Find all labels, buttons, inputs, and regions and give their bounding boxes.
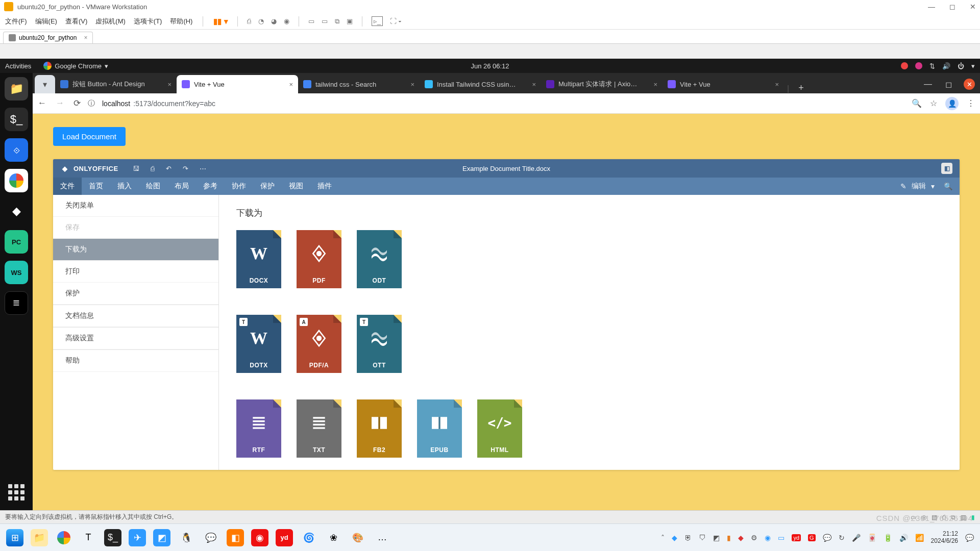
tb-app-icon[interactable]: ◉	[251, 529, 268, 546]
tab-close-icon[interactable]: ×	[289, 81, 293, 88]
dock-pycharm-icon[interactable]: PC	[5, 230, 28, 254]
vmware-menu-item[interactable]: 虚拟机(M)	[95, 17, 126, 26]
vm-device-icon[interactable]: ⎙	[942, 514, 946, 521]
dock-vscode-icon[interactable]: ⟐	[5, 138, 28, 162]
tray-app-icon[interactable]: ◩	[713, 534, 720, 542]
tray-mic-icon[interactable]: 🎤	[852, 534, 861, 542]
dock-terminal-icon[interactable]: $_	[5, 108, 28, 131]
gnome-power-icon[interactable]: ⏻	[958, 62, 964, 70]
chrome-tab[interactable]: tailwind css - Search ×	[298, 75, 420, 93]
tray-notifications-icon[interactable]: 💬	[965, 534, 974, 542]
format-epub[interactable]: EPUB	[417, 399, 462, 458]
oo-side-item[interactable]: 打印	[53, 261, 218, 283]
oo-side-item[interactable]: 高级设置	[53, 328, 218, 349]
tray-wechat-icon[interactable]: 💬	[823, 534, 831, 542]
oo-more-icon[interactable]: ⋯	[200, 165, 206, 172]
dock-chrome-icon[interactable]	[5, 169, 28, 192]
oo-menu-item[interactable]: 插件	[310, 178, 339, 195]
tray-app-icon[interactable]: ◆	[738, 534, 744, 542]
tray-app-icon[interactable]: ◉	[765, 534, 771, 542]
vm-pause-icon[interactable]: ▮▮ ▾	[213, 17, 228, 26]
vm-tab-close-icon[interactable]: ×	[84, 34, 87, 41]
bookmark-icon[interactable]: ☆	[930, 98, 937, 108]
gnome-volume-icon[interactable]: 🔊	[942, 62, 950, 70]
tb-explorer-icon[interactable]: 📁	[31, 529, 48, 546]
tab-close-icon[interactable]: ×	[775, 81, 779, 88]
vmware-menu-item[interactable]: 编辑(E)	[35, 17, 57, 26]
tray-battery-icon[interactable]: 🔋	[884, 534, 892, 542]
tray-chevron-icon[interactable]: ˄	[661, 534, 665, 542]
oo-print-icon[interactable]: ⎙	[151, 165, 155, 172]
vm-device-icon[interactable]: ◎	[921, 514, 926, 521]
oo-side-item[interactable]: 帮助	[53, 350, 218, 372]
tb-terminal-icon[interactable]: $_	[104, 529, 121, 546]
tray-volume-icon[interactable]: 🔊	[899, 534, 908, 542]
tb-paint-icon[interactable]: 🎨	[349, 529, 366, 546]
tray-sync-icon[interactable]: ↻	[839, 534, 845, 542]
oo-menu-item[interactable]: 参考	[196, 178, 225, 195]
oo-edit-mode-icon[interactable]: ✎	[900, 182, 906, 190]
vm-device-icon[interactable]: ⧉	[951, 514, 955, 521]
chrome-maximize-icon[interactable]: ◻	[938, 75, 959, 93]
tb-start-icon[interactable]: ⊞	[6, 529, 23, 546]
tab-close-icon[interactable]: ×	[410, 81, 414, 88]
chrome-close-icon[interactable]: ✕	[964, 79, 975, 90]
chrome-search-tabs-icon[interactable]: ▾	[35, 75, 55, 93]
tb-app-icon[interactable]: ◧	[227, 529, 244, 546]
tray-app-icon[interactable]: ▮	[727, 534, 731, 542]
dock-jetbrains-icon[interactable]: ◆	[5, 199, 28, 223]
vm-view1-icon[interactable]: ▭	[308, 17, 314, 25]
vm-snapshot-icon[interactable]: ◔	[258, 17, 264, 25]
oo-undo-icon[interactable]: ↶	[166, 165, 172, 172]
gnome-activities[interactable]: Activities	[5, 62, 31, 70]
dock-settings-icon[interactable]: ≡	[5, 291, 28, 315]
chrome-tab[interactable]: Vite + Vue ×	[663, 75, 784, 93]
format-dotx[interactable]: TW DOTX	[236, 315, 281, 373]
vmware-menu-item[interactable]: 文件(F)	[5, 17, 27, 26]
tb-app-icon[interactable]: ◩	[153, 529, 170, 546]
oo-edit-mode-label[interactable]: 编辑	[912, 182, 926, 191]
window-minimize-icon[interactable]: —	[928, 3, 935, 11]
oo-menu-item[interactable]: 文件	[53, 178, 82, 195]
vm-send-cad-icon[interactable]: ⎙	[247, 17, 251, 25]
tray-app-icon[interactable]: G	[808, 534, 816, 541]
window-maximize-icon[interactable]: ◻	[949, 3, 955, 11]
vm-view2-icon[interactable]: ▭	[322, 17, 328, 25]
tray-app-icon[interactable]: ⚙	[751, 534, 757, 542]
oo-menu-item[interactable]: 绘图	[139, 178, 167, 195]
vm-snapshot-mgr-icon[interactable]: ◕	[271, 17, 277, 25]
vmware-menu-item[interactable]: 帮助(H)	[170, 17, 192, 26]
gnome-network-icon[interactable]: ⇅	[929, 62, 935, 70]
format-pdf[interactable]: PDF	[297, 230, 341, 288]
vm-console-icon[interactable]: ▹_	[372, 16, 383, 26]
gnome-app-menu[interactable]: Google Chrome ▾	[43, 62, 108, 70]
tb-overflow-icon[interactable]: …	[374, 529, 391, 546]
vm-device-icon[interactable]: ▥	[961, 514, 966, 521]
format-ott[interactable]: T OTT	[357, 315, 402, 373]
vm-device-icon[interactable]: ▭	[911, 514, 916, 521]
tray-shield-icon[interactable]: ⛨	[684, 534, 692, 542]
tab-close-icon[interactable]: ×	[167, 81, 172, 88]
chrome-tab[interactable]: Install Tailwind CSS usin… ×	[420, 75, 541, 93]
format-fb2[interactable]: FB2	[357, 399, 402, 458]
dock-files-icon[interactable]: 📁	[5, 77, 28, 101]
oo-side-item[interactable]: 关闭菜单	[53, 195, 218, 217]
format-rtf[interactable]: RTF	[236, 399, 281, 458]
vm-view4-icon[interactable]: ▣	[347, 17, 353, 25]
tb-wechat-icon[interactable]: 💬	[202, 529, 219, 546]
format-html[interactable]: </> HTML	[477, 399, 522, 458]
gnome-clock[interactable]: Jun 26 06:12	[471, 62, 509, 70]
tray-network-icon[interactable]: 📶	[915, 534, 924, 542]
tb-qq-icon[interactable]: 🐧	[178, 529, 195, 546]
dock-show-apps-icon[interactable]	[5, 481, 28, 504]
oo-side-item[interactable]: 保护	[53, 283, 218, 305]
oo-redo-icon[interactable]: ↷	[183, 165, 188, 172]
chrome-tab[interactable]: 按钮 Button - Ant Design ×	[55, 75, 177, 93]
window-close-icon[interactable]: ✕	[970, 3, 976, 11]
oo-side-item[interactable]: 文档信息	[53, 305, 218, 327]
vm-revert-icon[interactable]: ◉	[284, 17, 289, 25]
oo-search-icon[interactable]: 🔍	[944, 182, 952, 190]
tray-app-icon[interactable]: ◆	[672, 534, 677, 542]
tb-youdao-icon[interactable]: yd	[276, 529, 293, 546]
oo-menu-item[interactable]: 首页	[82, 178, 110, 195]
